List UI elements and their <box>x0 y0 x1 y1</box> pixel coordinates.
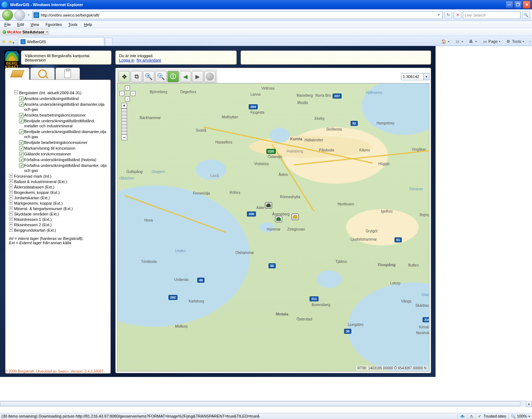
nav-history-dropdown[interactable]: ▼ <box>27 10 31 20</box>
refresh-button[interactable]: ↻ <box>444 11 452 19</box>
add-favorite-icon[interactable]: ★ <box>8 38 14 44</box>
menu-tools[interactable]: Tools <box>66 22 81 27</box>
command-bar: 🏠▼ ▤▼ 🖶▼ ▭Page▼ ⚙Tools▼ » <box>441 38 531 46</box>
safe-icon <box>3 30 6 34</box>
minimize-button[interactable]: — <box>505 1 513 9</box>
menu-file[interactable]: FFileile <box>1 22 14 27</box>
close-button[interactable]: ✕ <box>523 1 531 9</box>
back-button[interactable]: ← <box>2 10 13 21</box>
menu-bar: FFileile Edit View Favorites Tools Help <box>0 21 532 28</box>
menu-edit[interactable]: Edit <box>14 22 27 27</box>
home-icon: 🏠 <box>441 39 447 44</box>
address-bar[interactable]: ▼ <box>32 11 443 19</box>
forward-button[interactable]: → <box>14 10 25 21</box>
url-input[interactable] <box>41 13 436 17</box>
home-button[interactable]: 🏠▼ <box>441 39 450 44</box>
tab-title: WeBerGIS <box>27 40 46 44</box>
maximize-button[interactable]: ❐ <box>514 1 522 9</box>
tools-label: Tools <box>512 39 521 44</box>
tools-menu-button[interactable]: ⚙Tools▼ <box>505 39 524 44</box>
mcafee-siteadvisor[interactable]: McAfee SiteAdvisor <box>1 29 49 35</box>
window-titlebar: WeBerGIS - Windows Internet Explorer — ❐… <box>0 0 532 9</box>
address-dropdown[interactable]: ▼ <box>436 13 442 17</box>
search-box[interactable]: Live Search <box>463 11 520 19</box>
tab-site-icon <box>21 39 26 44</box>
page-icon: ▭ <box>482 39 488 44</box>
menu-favorites[interactable]: Favorites <box>42 22 64 27</box>
page-tab[interactable]: WeBerGIS <box>18 37 104 46</box>
mcafee-label: SiteAdvisor <box>22 30 44 34</box>
overflow-button[interactable]: » <box>529 40 531 43</box>
stop-button[interactable]: ✕ <box>454 11 461 19</box>
page-menu-button[interactable]: ▭Page▼ <box>482 39 501 44</box>
rss-icon: ▤ <box>455 39 460 44</box>
print-icon: 🖶 <box>468 39 474 44</box>
menu-view[interactable]: View <box>28 22 42 27</box>
window-title: WeBerGIS - Windows Internet Explorer <box>10 3 505 7</box>
new-tab-button[interactable] <box>105 38 112 46</box>
ie-icon <box>1 1 8 8</box>
page-label: Page <box>488 39 498 44</box>
search-button[interactable]: 🔍 <box>522 11 530 19</box>
print-button[interactable]: 🖶▼ <box>468 39 477 44</box>
advisor-bar: McAfee SiteAdvisor <box>0 28 532 36</box>
menu-help[interactable]: Help <box>81 22 95 27</box>
favorites-icon[interactable]: ★ <box>1 38 7 44</box>
mcafee-brand: McAfee <box>7 30 21 34</box>
navigation-bar: ← → ▼ ▼ ↻ ✕ Live Search 🔍 <box>0 9 532 21</box>
feeds-button[interactable]: ▤▼ <box>455 39 464 44</box>
gear-icon: ⚙ <box>505 39 511 44</box>
search-placeholder: Live Search <box>465 13 486 17</box>
site-icon <box>33 12 39 18</box>
tab-bar: ★ ★ WeBerGIS 🏠▼ ▤▼ 🖶▼ ▭Page▼ ⚙Tools▼ » <box>0 36 532 46</box>
